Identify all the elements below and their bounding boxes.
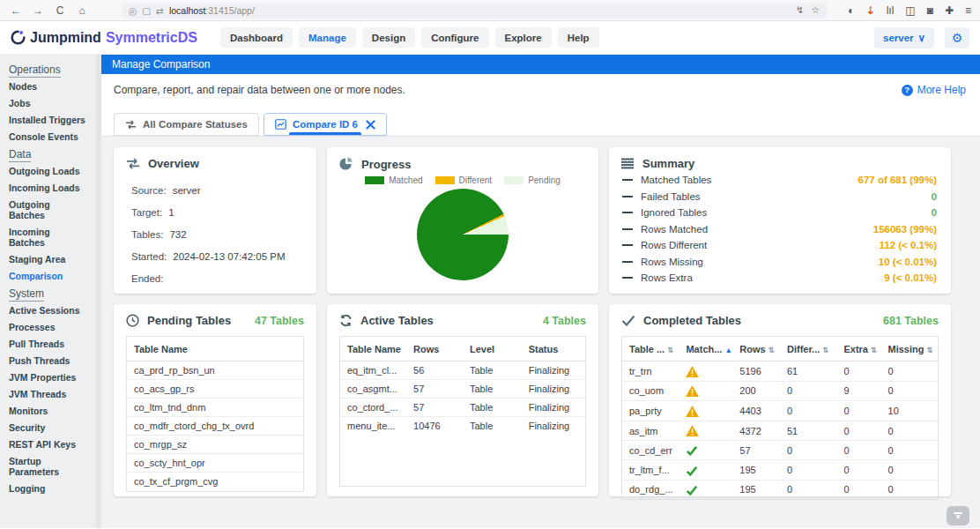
lightning-icon[interactable]: ↯ xyxy=(796,4,804,16)
sidebar-item-nodes[interactable]: Nodes xyxy=(0,78,96,94)
sidebar-item-startup-parameters[interactable]: Startup Parameters xyxy=(0,452,96,480)
nav-explore[interactable]: Explore xyxy=(495,27,552,48)
nav-configure[interactable]: Configure xyxy=(421,27,488,48)
completed-col-match[interactable]: Match...▲ xyxy=(679,337,732,361)
more-help-link[interactable]: ? More Help xyxy=(902,84,966,96)
table-row[interactable]: ca_prd_rp_bsn_un xyxy=(127,361,303,380)
url-text[interactable]: localhost:31415/app/ xyxy=(169,5,791,16)
sidebar-item-jvm-threads[interactable]: JVM Threads xyxy=(0,385,96,402)
match-status-icon xyxy=(679,460,732,480)
table-row[interactable]: co_uom 200090 xyxy=(622,381,938,401)
menu-icon[interactable]: ≡ xyxy=(965,4,971,17)
active-col-level[interactable]: Level xyxy=(463,337,522,361)
table-row[interactable]: tr_trn 51966100 xyxy=(622,361,938,382)
table-row[interactable]: co_tx_cf_prgm_cvg xyxy=(127,473,303,491)
table-row[interactable]: as_itm 43725100 xyxy=(622,421,938,441)
url-bar[interactable]: ◎ ▢ ⇄ localhost:31415/app/ ↯ ☆ xyxy=(122,3,827,19)
table-row[interactable]: co_mrgp_sz xyxy=(127,436,303,454)
match-status-icon xyxy=(679,381,732,401)
sidebar-item-incoming-batches[interactable]: Incoming Batches xyxy=(0,223,96,250)
completed-col-different[interactable]: Differ...⇅ xyxy=(780,337,836,361)
page-description: Compare, report, and repair data between… xyxy=(114,84,405,96)
table-row[interactable]: co_ltm_tnd_dnm xyxy=(127,399,303,417)
sidebar-item-rest-api-keys[interactable]: REST API Keys xyxy=(0,436,96,452)
table-row[interactable]: co_asgmt...57TableFinalizing xyxy=(340,380,585,399)
sidebar-item-staging-area[interactable]: Staging Area xyxy=(0,250,96,267)
completed-col-missing[interactable]: Missing⇅ xyxy=(881,337,938,361)
table-row[interactable]: do_rdg_... 195000 xyxy=(622,480,938,499)
compare-arrows-icon xyxy=(125,120,137,130)
active-col-status[interactable]: Status xyxy=(522,337,585,361)
overview-panel: Overview Source:server Target:1 Tables:7… xyxy=(114,147,316,294)
legend-pending: Pending xyxy=(504,175,561,185)
sidebar-item-jobs[interactable]: Jobs xyxy=(0,94,96,111)
home-icon[interactable]: ⌂ xyxy=(75,4,89,17)
sort-icon: ⇅ xyxy=(926,346,932,354)
sort-asc-icon: ▲ xyxy=(724,346,731,354)
table-row[interactable]: pa_prty 44030010 xyxy=(622,401,938,421)
active-tables-panel: Active Tables 4 Tables Table Name Rows L… xyxy=(327,304,598,496)
active-col-rows[interactable]: Rows xyxy=(406,337,463,361)
table-row[interactable]: co_ctord_...57TableFinalizing xyxy=(340,399,585,417)
table-row[interactable]: co_mdfr_ctord_chg_tx_ovrd xyxy=(127,417,303,436)
sidebar-item-monitors[interactable]: Monitors xyxy=(0,402,96,419)
sidebar-toggle-icon[interactable]: ◫ xyxy=(905,4,915,17)
overview-tables-row: Tables:732 xyxy=(131,223,304,245)
close-tab-icon[interactable] xyxy=(366,120,375,130)
nav-dashboard[interactable]: Dashboard xyxy=(220,27,293,48)
server-dropdown[interactable]: server ∨ xyxy=(874,27,934,48)
nav-design[interactable]: Design xyxy=(362,27,415,48)
bookmark-star-icon[interactable]: ☆ xyxy=(811,4,820,16)
table-row[interactable]: tr_ltm_f... 195000 xyxy=(622,460,938,480)
pie-chart-icon xyxy=(339,157,353,171)
active-col-table-name[interactable]: Table Name xyxy=(340,337,406,361)
sidebar-item-console-events[interactable]: Console Events xyxy=(0,128,96,145)
pending-tables-title: Pending Tables xyxy=(147,314,231,327)
sidebar-item-jvm-properties[interactable]: JVM Properties xyxy=(0,369,96,385)
page-info-icon[interactable]: ▢ xyxy=(142,5,151,16)
settings-gear-button[interactable]: ⚙ xyxy=(945,27,969,48)
library-icon[interactable]: lıl xyxy=(887,4,895,17)
different-swatch xyxy=(435,176,455,184)
pending-col-table-name[interactable]: Table Name xyxy=(127,337,303,361)
completed-col-extra[interactable]: Extra⇅ xyxy=(836,337,880,361)
table-row[interactable]: co_acs_gp_rs xyxy=(127,380,303,399)
table-row[interactable]: co_scty_hnt_opr xyxy=(127,454,303,473)
completed-col-table[interactable]: Table ...⇅ xyxy=(622,337,679,361)
back-icon[interactable]: ← xyxy=(9,4,23,17)
privacy-badge-icon[interactable]: ◙ xyxy=(927,4,933,17)
completed-col-rows[interactable]: Rows⇅ xyxy=(732,337,780,361)
tab-all-compare-statuses[interactable]: All Compare Statuses xyxy=(114,113,259,136)
nav-help[interactable]: Help xyxy=(558,27,599,48)
sidebar-item-push-threads[interactable]: Push Threads xyxy=(0,352,96,369)
scroll-down-button[interactable]: ▾ xyxy=(947,506,969,525)
tracking-shield-icon[interactable]: ◎ xyxy=(129,5,137,16)
summary-row-failed-tables: Failed Tables0 xyxy=(622,189,937,205)
overview-target-row: Target:1 xyxy=(131,201,304,223)
app-logo[interactable]: Jumpmind SymmetricDS xyxy=(11,30,197,46)
pocket-icon[interactable]: ◐ xyxy=(848,4,854,17)
reload-icon[interactable]: C xyxy=(53,4,67,17)
table-row[interactable]: eq_itm_cl...56TableFinalizing xyxy=(340,361,585,380)
forward-icon[interactable]: → xyxy=(31,4,45,17)
extensions-icon[interactable]: ✚ xyxy=(945,4,954,17)
table-row[interactable]: co_cd_err 57000 xyxy=(622,441,938,460)
sidebar-item-incoming-loads[interactable]: Incoming Loads xyxy=(0,179,96,196)
sidebar-item-installed-triggers[interactable]: Installed Triggers xyxy=(0,111,96,128)
summary-row-rows-different: Rows Different112 (< 0.1%) xyxy=(622,237,937,254)
tab-compare-id-6[interactable]: Compare ID 6 xyxy=(264,113,387,136)
sidebar-item-outgoing-loads[interactable]: Outgoing Loads xyxy=(0,162,96,179)
sidebar-item-processes[interactable]: Processes xyxy=(0,318,96,335)
nav-manage[interactable]: Manage xyxy=(299,27,356,48)
sidebar-item-pull-threads[interactable]: Pull Threads xyxy=(0,335,96,352)
sidebar-item-logging[interactable]: Logging xyxy=(0,480,96,496)
sidebar-item-active-sessions[interactable]: Active Sessions xyxy=(0,302,96,318)
sidebar-item-security[interactable]: Security xyxy=(0,419,96,436)
table-row[interactable]: menu_ite...10476TableFinalizing xyxy=(340,417,585,436)
sidebar-item-outgoing-batches[interactable]: Outgoing Batches xyxy=(0,196,96,223)
sidebar-item-comparison[interactable]: Comparison xyxy=(0,267,96,284)
completed-tables-panel: Completed Tables 681 Tables Table ...⇅ M… xyxy=(609,304,951,496)
browser-toolbar: ← → C ⌂ ◎ ▢ ⇄ localhost:31415/app/ ↯ ☆ ◐… xyxy=(0,0,980,21)
matched-swatch xyxy=(365,176,384,184)
downloads-icon[interactable]: ⇣ xyxy=(866,4,875,17)
